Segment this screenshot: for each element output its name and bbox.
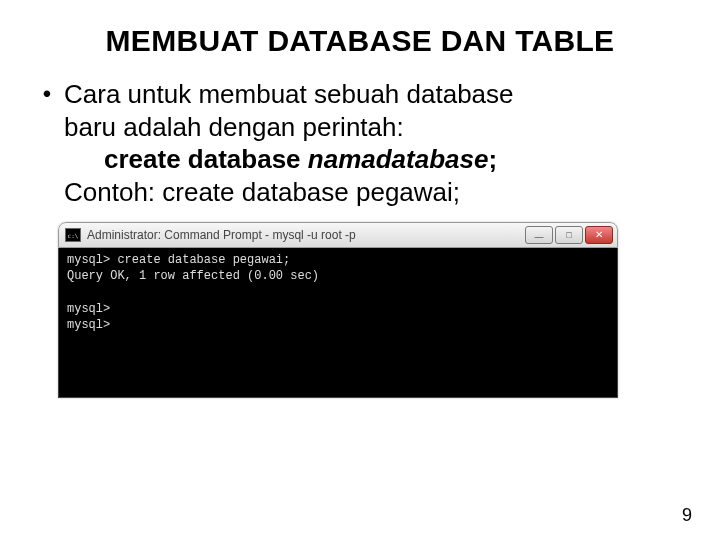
page-number: 9	[682, 505, 692, 526]
terminal-window: Administrator: Command Prompt - mysql -u…	[58, 222, 618, 398]
bullet-marker: •	[30, 78, 64, 109]
example-line: Contoh: create database pegawai;	[30, 176, 690, 209]
bullet-line-1: Cara untuk membuat sebuah database	[64, 79, 514, 109]
maximize-button[interactable]	[555, 226, 583, 244]
command-suffix: ;	[488, 144, 497, 174]
slide-body: • Cara untuk membuat sebuah database bar…	[30, 78, 690, 208]
command-line: create database namadatabase;	[30, 143, 690, 176]
terminal-body: mysql> create database pegawai; Query OK…	[58, 248, 618, 398]
minimize-button[interactable]	[525, 226, 553, 244]
bullet-line-2: baru adalah dengan perintah:	[64, 112, 404, 142]
terminal-window-title: Administrator: Command Prompt - mysql -u…	[87, 228, 523, 242]
command-variable: namadatabase	[308, 144, 489, 174]
command-prefix: create database	[104, 144, 308, 174]
bullet-text: Cara untuk membuat sebuah database baru …	[64, 78, 690, 143]
slide-title: MEMBUAT DATABASE DAN TABLE	[30, 24, 690, 58]
close-button[interactable]	[585, 226, 613, 244]
window-controls	[523, 226, 613, 244]
terminal-titlebar: Administrator: Command Prompt - mysql -u…	[58, 222, 618, 248]
bullet-item: • Cara untuk membuat sebuah database bar…	[30, 78, 690, 143]
cmd-icon	[65, 228, 81, 242]
